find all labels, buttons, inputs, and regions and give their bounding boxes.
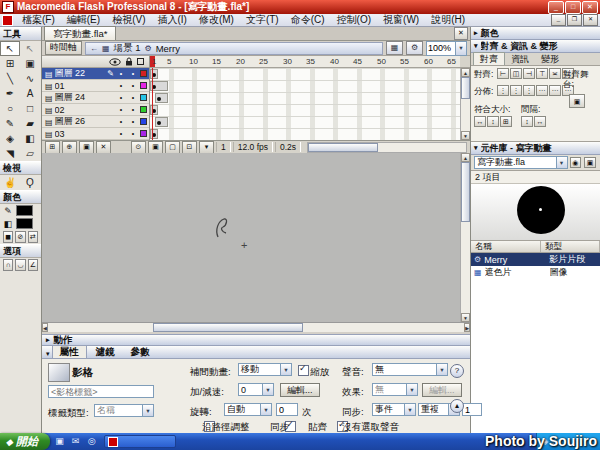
distribute-middle-button[interactable]: ⋮	[510, 85, 522, 96]
layer-visibility-dot[interactable]	[116, 94, 126, 101]
titlebar[interactable]: F Macromedia Flash Professional 8 - [寫字動…	[0, 0, 600, 14]
document-close-icon[interactable]: ✕	[454, 27, 468, 40]
match-both-button[interactable]: ⊞	[500, 116, 512, 127]
layer-outline-color[interactable]	[140, 130, 147, 137]
chevron-down-icon[interactable]	[142, 405, 153, 416]
gradient-transform-tool[interactable]: ▣	[20, 56, 40, 71]
scroll-down-icon[interactable]	[461, 131, 470, 140]
menu-help[interactable]: 說明(H)	[425, 14, 471, 26]
layer-lock-dot[interactable]	[128, 70, 138, 77]
layer-name[interactable]: 03	[55, 129, 114, 139]
menu-modify[interactable]: 修改(M)	[193, 14, 240, 26]
menu-window[interactable]: 視窗(W)	[377, 14, 425, 26]
breadcrumb-symbol[interactable]: Merry	[156, 43, 180, 54]
layer-name[interactable]: 圖層 24	[55, 91, 114, 104]
library-document-select[interactable]: 寫字動畫.fla	[474, 156, 568, 169]
snap-to-objects-button[interactable]: ∩	[3, 259, 13, 271]
back-arrow-icon[interactable]: ←	[90, 44, 98, 53]
tab-transform[interactable]: 變形	[535, 53, 565, 65]
frame-ruler[interactable]: 1 5 10 15 20 25 30 35 40 45 50 55 60 65	[150, 56, 460, 68]
scale-checkbox[interactable]	[298, 365, 309, 376]
align-left-button[interactable]: ⊢	[497, 68, 509, 79]
layer-name[interactable]: 02	[55, 105, 114, 115]
lasso-tool[interactable]: ∿	[20, 71, 40, 86]
child-restore-button[interactable]	[567, 14, 582, 26]
layer-lock-dot[interactable]	[128, 94, 138, 101]
tab-filters[interactable]: 濾鏡	[89, 346, 122, 358]
scroll-down-icon[interactable]	[461, 313, 470, 322]
distribute-bottom-button[interactable]: ⋮	[523, 85, 535, 96]
collapse-arrow-icon[interactable]	[474, 144, 478, 152]
scrollbar-thumb[interactable]	[461, 162, 470, 222]
swap-colors-button[interactable]: ⇄	[28, 231, 38, 243]
center-frame-button[interactable]: ⊙	[131, 141, 146, 154]
ease-edit-button[interactable]: 編輯...	[280, 383, 320, 397]
chevron-down-icon[interactable]	[404, 404, 415, 415]
show-hide-layers-icon[interactable]	[109, 58, 121, 66]
match-height-button[interactable]: ↕	[487, 116, 499, 127]
color-panel-header[interactable]: 顏色	[471, 27, 600, 40]
new-folder-button[interactable]: ▣	[79, 141, 94, 154]
new-library-window-icon[interactable]: ▣	[584, 157, 596, 168]
stroke-color-swatch[interactable]	[16, 205, 33, 216]
layer-visibility-dot[interactable]	[116, 118, 126, 125]
frame-label-input[interactable]	[48, 385, 154, 398]
scrollbar-thumb[interactable]	[308, 143, 378, 152]
column-name[interactable]: 名稱	[471, 241, 541, 252]
close-button[interactable]	[582, 1, 598, 14]
panel-collapse-icon[interactable]: ▴	[450, 399, 464, 413]
layer-outline-color[interactable]	[140, 82, 147, 89]
layer-row[interactable]: 圖層 26	[42, 116, 149, 128]
delete-layer-button[interactable]: ✕	[96, 141, 111, 154]
match-width-button[interactable]: ↔	[474, 116, 486, 127]
hand-tool[interactable]: ✌	[0, 175, 20, 190]
edit-multiple-frames-button[interactable]: ⊡	[182, 141, 197, 154]
paint-bucket-tool[interactable]: ◧	[20, 131, 40, 146]
layer-row[interactable]: 圖層 22 ✎	[42, 68, 149, 80]
layer-outline-color[interactable]	[140, 118, 147, 125]
breadcrumb-scene[interactable]: 場景 1	[114, 42, 141, 55]
effect-select[interactable]: 無	[372, 383, 418, 396]
lock-layers-icon[interactable]	[125, 57, 133, 66]
tab-parameters[interactable]: 參數	[124, 346, 157, 358]
actions-panel-header[interactable]: 動作	[42, 334, 470, 346]
collapse-arrow-icon[interactable]	[474, 42, 478, 50]
frame-grid[interactable]	[150, 68, 460, 140]
stage-vertical-scrollbar[interactable]	[460, 153, 470, 322]
menu-text[interactable]: 文字(T)	[240, 14, 285, 26]
layer-visibility-dot[interactable]	[116, 70, 126, 77]
chevron-down-icon[interactable]	[436, 364, 447, 375]
menu-file[interactable]: 檔案(F)	[16, 14, 61, 26]
scrollbar-thumb[interactable]	[461, 77, 470, 99]
pencil-tool[interactable]: ✎	[0, 116, 20, 131]
stage-horizontal-scrollbar[interactable]	[42, 322, 470, 332]
align-right-button[interactable]: ⊣	[523, 68, 535, 79]
quick-launch-icon[interactable]	[85, 435, 98, 448]
collapse-arrow-icon[interactable]	[46, 336, 50, 344]
menu-commands[interactable]: 命令(C)	[285, 14, 331, 26]
align-center-h-button[interactable]: ◫	[510, 68, 522, 79]
tab-align[interactable]: 對齊	[473, 52, 505, 65]
scroll-up-icon[interactable]	[461, 68, 470, 77]
child-minimize-button[interactable]	[551, 14, 566, 26]
layer-name[interactable]: 圖層 26	[55, 115, 114, 128]
pen-tool[interactable]: ✒	[0, 86, 20, 101]
ease-select[interactable]: 0	[238, 383, 274, 396]
layer-outline-color[interactable]	[140, 106, 147, 113]
maximize-button[interactable]	[565, 1, 581, 14]
scroll-up-icon[interactable]	[461, 153, 470, 162]
stage[interactable]	[42, 153, 470, 322]
edit-symbol-button[interactable]: ⚙	[406, 41, 423, 55]
layer-lock-dot[interactable]	[128, 82, 138, 89]
align-middle-button[interactable]: ≍	[549, 68, 561, 79]
chevron-down-icon[interactable]	[262, 384, 273, 395]
add-motion-guide-button[interactable]: ⊕	[62, 141, 77, 154]
frame-span[interactable]	[155, 117, 168, 127]
layer-row[interactable]: 圖層 24	[42, 92, 149, 104]
straighten-button[interactable]: ∠	[28, 259, 38, 271]
zoom-input[interactable]	[427, 43, 455, 54]
layer-visibility-dot[interactable]	[116, 82, 126, 89]
layer-name[interactable]: 01	[55, 81, 114, 91]
layer-visibility-dot[interactable]	[116, 130, 126, 137]
modify-onion-markers-button[interactable]: ▾	[199, 141, 214, 154]
